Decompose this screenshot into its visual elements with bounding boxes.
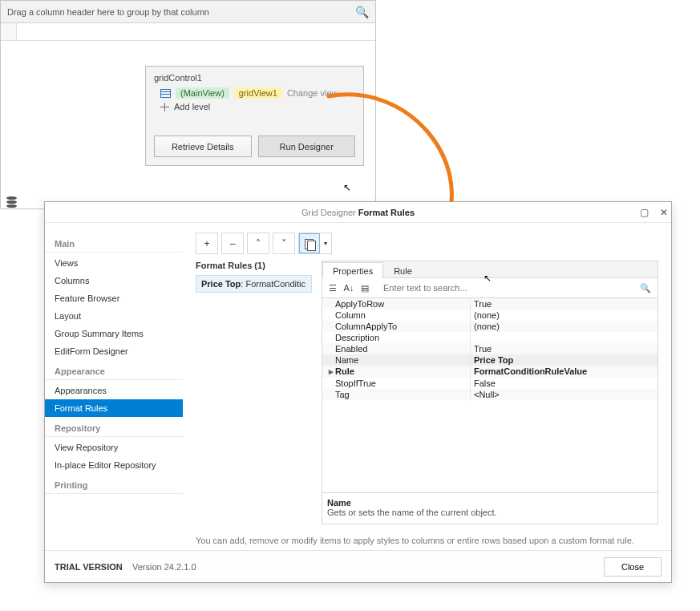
main-area: + – ˄ ˅ ▾ ↖ Format [183, 223, 671, 550]
sidebar-section-printing: Printing [45, 474, 183, 494]
group-by-panel[interactable]: Drag a column header here to group by th… [1, 1, 375, 23]
close-icon[interactable]: ✕ [660, 207, 668, 218]
property-row[interactable]: StopIfTrueFalse [322, 378, 658, 389]
property-name: StopIfTrue [322, 378, 471, 389]
grid-icon [160, 89, 171, 98]
titlebar[interactable]: Grid Designer Format Rules ▢ ✕ [45, 202, 671, 223]
property-row[interactable]: EnabledTrue [322, 343, 658, 354]
add-button[interactable]: + [196, 233, 217, 253]
property-value[interactable]: (none) [471, 321, 658, 332]
tab-rule[interactable]: Rule [383, 262, 423, 278]
sidebar-section-repository: Repository [45, 417, 183, 437]
property-row[interactable]: ColumnApplyTo(none) [322, 321, 658, 332]
trial-label: TRIAL VERSION [55, 562, 123, 572]
property-name: Enabled [322, 343, 471, 354]
sidebar-item-feature-browser[interactable]: Feature Browser [45, 289, 183, 307]
property-name: Description [322, 332, 471, 343]
add-level-link[interactable]: Add level [174, 102, 210, 111]
move-up-button[interactable]: ˄ [248, 233, 269, 253]
sidebar: Main Views Columns Feature Browser Layou… [45, 223, 183, 550]
categorized-icon[interactable]: ☰ [326, 281, 340, 295]
copy-button[interactable] [299, 233, 320, 253]
run-designer-button[interactable]: Run Designer [258, 136, 356, 157]
datasource-icon[interactable] [6, 196, 18, 208]
property-name: ColumnApplyTo [322, 321, 471, 332]
column-header-row [1, 23, 375, 41]
property-value[interactable]: <Null> [471, 389, 658, 400]
rules-list: Format Rules (1) Price Top: FormatCondit… [196, 261, 312, 524]
property-row[interactable]: Tag<Null> [322, 389, 658, 400]
retrieve-details-button[interactable]: Retrieve Details [154, 136, 252, 157]
version-label: Version 24.2.1.0 [132, 562, 196, 572]
maximize-icon[interactable]: ▢ [640, 207, 649, 218]
sidebar-item-inplace-editor[interactable]: In-place Editor Repository [45, 456, 183, 474]
expand-icon[interactable]: ▸ [327, 366, 335, 377]
sidebar-item-columns[interactable]: Columns [45, 272, 183, 289]
property-name: Name [322, 354, 471, 366]
sidebar-item-views[interactable]: Views [45, 254, 183, 272]
property-pages-icon[interactable]: ▤ [358, 281, 372, 295]
property-search-input[interactable] [380, 281, 635, 294]
sidebar-item-format-rules[interactable]: Format Rules [45, 399, 183, 417]
property-row[interactable]: Description [322, 332, 658, 343]
header-corner [1, 23, 17, 40]
property-tabs: Properties Rule [322, 261, 658, 278]
help-desc: Gets or sets the name of the current obj… [327, 508, 653, 517]
sidebar-item-editform[interactable]: EditForm Designer [45, 342, 183, 360]
plus-icon [160, 103, 169, 111]
property-row[interactable]: ApplyToRowTrue [322, 298, 658, 310]
footer: TRIAL VERSION Version 24.2.1.0 Close [45, 550, 671, 582]
title-weak: Grid Designer [301, 208, 356, 217]
property-name: ApplyToRow [322, 298, 471, 310]
group-by-hint: Drag a column header here to group by th… [7, 7, 209, 17]
sidebar-section-main: Main [45, 233, 183, 253]
property-help: Name Gets or sets the name of the curren… [322, 492, 658, 524]
sidebar-item-appearances[interactable]: Appearances [45, 382, 183, 399]
property-value[interactable] [471, 332, 658, 343]
sidebar-section-appearance: Appearance [45, 360, 183, 380]
hint-text: You can add, remove or modify items to a… [196, 531, 658, 550]
property-panel: Properties Rule ☰ A↓ ▤ 🔍 ApplyToRowTrueC… [322, 261, 658, 524]
smart-tag-title: gridControl1 [154, 73, 355, 83]
property-value[interactable]: False [471, 378, 658, 389]
property-row[interactable]: NamePrice Top [322, 354, 658, 366]
rule-item-name: Price Top [201, 279, 241, 289]
grid-designer-window: Grid Designer Format Rules ▢ ✕ Main View… [44, 201, 672, 583]
rules-heading: Format Rules (1) [196, 261, 312, 275]
tab-properties[interactable]: Properties [322, 262, 383, 278]
copy-icon [305, 239, 314, 249]
alphabetical-icon[interactable]: A↓ [342, 281, 356, 295]
rules-toolbar: + – ˄ ˅ ▾ [196, 233, 658, 254]
property-name: ▸Rule [322, 366, 471, 378]
property-toolbar: ☰ A↓ ▤ 🔍 [322, 278, 658, 298]
change-view-link[interactable]: Change view [287, 88, 338, 98]
rule-item[interactable]: Price Top: FormatConditic [196, 275, 312, 293]
copy-dropdown[interactable]: ▾ [320, 233, 331, 253]
main-view-pill[interactable]: (MainView) [176, 87, 229, 99]
property-value[interactable]: (none) [471, 310, 658, 321]
property-name: Column [322, 310, 471, 321]
remove-button[interactable]: – [222, 233, 243, 253]
search-icon[interactable]: 🔍 [637, 283, 654, 293]
property-value[interactable]: FormatConditionRuleValue [471, 366, 658, 378]
search-icon[interactable]: 🔍 [355, 6, 369, 18]
sidebar-item-layout[interactable]: Layout [45, 307, 183, 325]
property-row[interactable]: ▸RuleFormatConditionRuleValue [322, 366, 658, 378]
sidebar-item-group-summary[interactable]: Group Summary Items [45, 325, 183, 342]
close-button[interactable]: Close [604, 557, 662, 577]
property-name: Tag [322, 389, 471, 400]
rule-item-type: FormatConditic [245, 279, 305, 289]
grid-view-pill[interactable]: gridView1 [234, 87, 282, 99]
sidebar-item-view-repository[interactable]: View Repository [45, 439, 183, 456]
property-row[interactable]: Column(none) [322, 310, 658, 321]
property-grid[interactable]: ApplyToRowTrueColumn(none)ColumnApplyTo(… [322, 298, 658, 400]
property-value[interactable]: Price Top [471, 354, 658, 366]
title-strong: Format Rules [358, 208, 415, 217]
smart-tag-popup: gridControl1 (MainView) gridView1 Change… [145, 66, 364, 166]
help-name: Name [327, 498, 653, 508]
property-value[interactable]: True [471, 298, 658, 310]
property-value[interactable]: True [471, 343, 658, 354]
move-down-button[interactable]: ˅ [273, 233, 294, 253]
